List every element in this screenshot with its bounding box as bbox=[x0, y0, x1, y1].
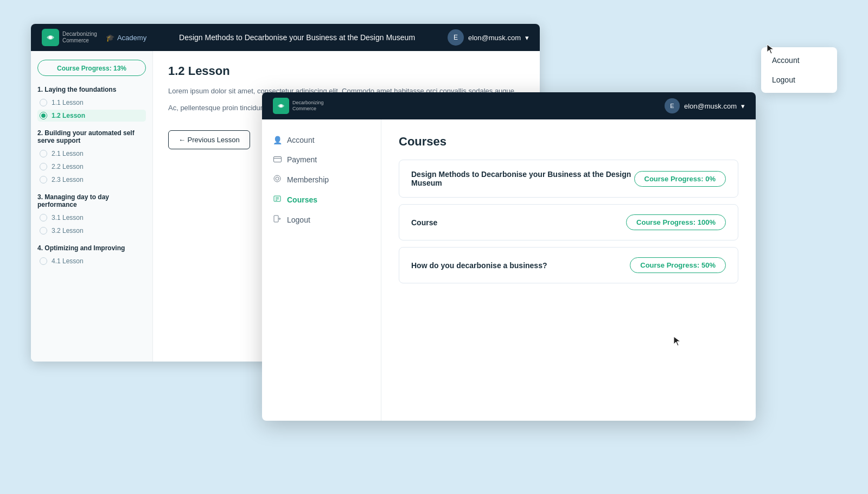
fg-avatar: E bbox=[665, 98, 680, 113]
course-card-2[interactable]: How do you decarbonise a business? Cours… bbox=[399, 247, 738, 283]
fg-nav-courses[interactable]: Courses bbox=[262, 189, 381, 210]
svg-point-1 bbox=[279, 104, 282, 107]
fg-nav-logout[interactable]: Logout bbox=[262, 210, 381, 230]
course-title-1: Course bbox=[411, 218, 437, 227]
bg-logo: Decarbonizing Commerce bbox=[42, 29, 97, 46]
lesson-dot-2-1 bbox=[40, 150, 47, 157]
fg-logo-icon bbox=[273, 98, 289, 114]
lesson-dot-1-2 bbox=[40, 112, 47, 119]
lesson-1-2[interactable]: 1.2 Lesson bbox=[37, 110, 146, 122]
lesson-1-1[interactable]: 1.1 Lesson bbox=[37, 97, 146, 109]
section-4-title: 4. Optimizing and Improving bbox=[37, 244, 146, 252]
lesson-dot-3-1 bbox=[40, 214, 47, 221]
fg-chevron-down-icon: ▾ bbox=[741, 102, 745, 110]
fg-nav-membership[interactable]: Membership bbox=[262, 169, 381, 189]
courses-heading: Courses bbox=[399, 135, 738, 149]
chevron-down-icon: ▾ bbox=[525, 34, 529, 42]
bg-header: Decarbonizing Commerce Academy Design Me… bbox=[31, 24, 540, 51]
account-icon: 👤 bbox=[273, 136, 282, 144]
courses-icon bbox=[273, 195, 282, 204]
lesson-2-2[interactable]: 2.2 Lesson bbox=[37, 161, 146, 173]
membership-icon bbox=[273, 175, 282, 184]
course-progress-1: Course Progress: 100% bbox=[626, 214, 726, 230]
lesson-4-1[interactable]: 4.1 Lesson bbox=[37, 255, 146, 267]
bg-logo-text: Decarbonizing Commerce bbox=[62, 31, 97, 44]
svg-point-0 bbox=[49, 36, 52, 39]
lesson-2-3[interactable]: 2.3 Lesson bbox=[37, 174, 146, 186]
course-card-0[interactable]: Design Methods to Decarbonise your Busin… bbox=[399, 160, 738, 198]
fg-courses-main: Courses Design Methods to Decarbonise yo… bbox=[381, 119, 756, 421]
course-title-2: How do you decarbonise a business? bbox=[411, 261, 547, 270]
payment-icon bbox=[273, 155, 282, 164]
course-progress-bar: Course Progress: 13% bbox=[37, 60, 146, 76]
lesson-dot-1-1 bbox=[40, 99, 47, 106]
bg-header-title: Design Methods to Decarbonise your Busin… bbox=[155, 33, 439, 42]
logout-icon bbox=[273, 215, 282, 224]
bg-user-button[interactable]: E elon@musk.com ▾ bbox=[448, 29, 529, 46]
fg-user-button[interactable]: E elon@musk.com ▾ bbox=[665, 98, 745, 113]
previous-lesson-button[interactable]: ← Previous Lesson bbox=[168, 130, 250, 149]
bg-sidebar: Course Progress: 13% 1. Laying the found… bbox=[31, 51, 153, 362]
lesson-3-1[interactable]: 3.1 Lesson bbox=[37, 212, 146, 224]
dropdown-account[interactable]: Account bbox=[761, 50, 837, 70]
svg-rect-10 bbox=[274, 216, 278, 222]
bg-avatar: E bbox=[448, 29, 464, 46]
svg-point-5 bbox=[276, 177, 279, 180]
lesson-dot-3-2 bbox=[40, 227, 47, 235]
lesson-dot-4-1 bbox=[40, 257, 47, 265]
lesson-2-1[interactable]: 2.1 Lesson bbox=[37, 148, 146, 160]
course-progress-2: Course Progress: 50% bbox=[630, 257, 726, 273]
section-1-title: 1. Laying the foundations bbox=[37, 86, 146, 93]
bg-academy-badge: Academy bbox=[106, 34, 146, 42]
fg-nav-payment[interactable]: Payment bbox=[262, 150, 381, 169]
fg-logo: Decarbonizing Commerce bbox=[273, 98, 324, 114]
section-2-title: 2. Building your automated self serve su… bbox=[37, 129, 146, 144]
svg-rect-2 bbox=[273, 157, 281, 162]
fg-body: 👤 Account Payment Membership Courses bbox=[262, 119, 756, 421]
fg-nav-account[interactable]: 👤 Account bbox=[262, 130, 381, 150]
course-progress-0: Course Progress: 0% bbox=[634, 171, 726, 187]
lesson-heading: 1.2 Lesson bbox=[168, 64, 525, 78]
svg-point-4 bbox=[274, 175, 280, 182]
dropdown-logout[interactable]: Logout bbox=[761, 70, 837, 90]
lesson-3-2[interactable]: 3.2 Lesson bbox=[37, 225, 146, 237]
section-3-title: 3. Managing day to day performance bbox=[37, 193, 146, 208]
lesson-dot-2-2 bbox=[40, 163, 47, 170]
fg-courses-window: Decarbonizing Commerce E elon@musk.com ▾… bbox=[262, 92, 756, 421]
bg-logo-icon bbox=[42, 29, 59, 46]
fg-sidebar: 👤 Account Payment Membership Courses bbox=[262, 119, 381, 421]
course-title-0: Design Methods to Decarbonise your Busin… bbox=[411, 170, 634, 187]
lesson-dot-2-3 bbox=[40, 176, 47, 183]
user-dropdown: Account Logout bbox=[761, 47, 837, 93]
fg-logo-text: Decarbonizing Commerce bbox=[292, 100, 324, 112]
course-card-1[interactable]: Course Course Progress: 100% bbox=[399, 204, 738, 240]
fg-header: Decarbonizing Commerce E elon@musk.com ▾ bbox=[262, 92, 756, 119]
